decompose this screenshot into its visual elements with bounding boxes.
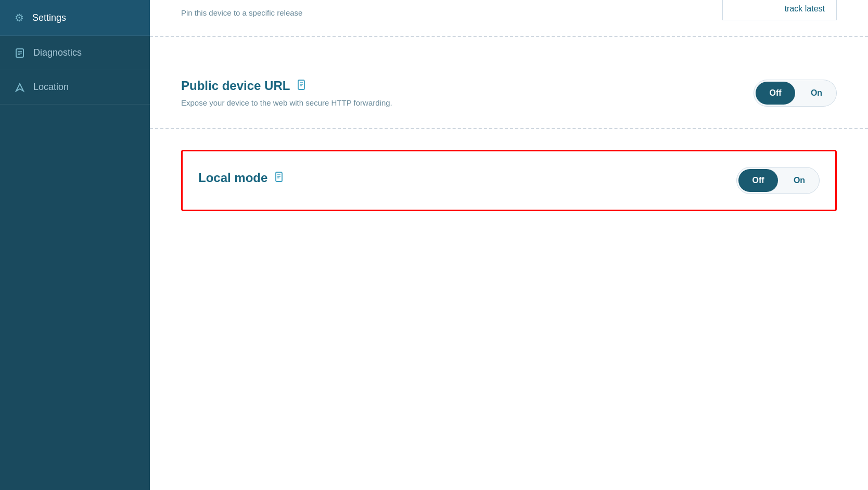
public-url-doc-icon[interactable] <box>296 79 308 93</box>
public-url-toggle-on[interactable]: On <box>797 80 836 106</box>
sidebar-item-settings[interactable]: ⚙ Settings <box>0 0 150 36</box>
local-mode-toggle-on[interactable]: On <box>780 167 819 194</box>
public-url-description: Expose your device to the web with secur… <box>181 98 392 107</box>
sidebar-item-location-label: Location <box>33 82 69 93</box>
track-latest-label: track latest <box>722 0 837 20</box>
pin-release-left: Pin this device to a specific release <box>181 0 302 17</box>
track-latest-box: track latest <box>722 0 837 20</box>
sidebar-item-diagnostics-label: Diagnostics <box>33 47 82 58</box>
sidebar: ⚙ Settings Diagnostics Location <box>0 0 150 490</box>
public-url-info: Public device URL Expose your device to … <box>181 79 392 107</box>
svg-rect-5 <box>298 80 304 89</box>
public-url-section: Public device URL Expose your device to … <box>150 58 868 129</box>
local-mode-title: Local mode <box>198 171 285 185</box>
public-url-row: Public device URL Expose your device to … <box>181 79 837 107</box>
public-url-toggle[interactable]: Off On <box>754 80 837 107</box>
svg-marker-4 <box>16 84 23 91</box>
main-content: Pin this device to a specific release tr… <box>150 0 868 490</box>
sidebar-item-diagnostics[interactable]: Diagnostics <box>0 36 150 70</box>
local-mode-row: Local mode Off On <box>198 167 820 194</box>
top-section: Pin this device to a specific release tr… <box>150 0 868 37</box>
pin-release-text: Pin this device to a specific release <box>181 4 302 17</box>
local-mode-info: Local mode <box>198 171 285 190</box>
settings-icon: ⚙ <box>15 11 24 24</box>
local-mode-toggle-off[interactable]: Off <box>738 169 778 192</box>
sidebar-item-location[interactable]: Location <box>0 70 150 105</box>
local-mode-section: Local mode Off On <box>181 150 837 211</box>
public-url-toggle-off[interactable]: Off <box>756 82 795 105</box>
svg-rect-9 <box>276 172 282 182</box>
location-icon <box>15 82 25 93</box>
diagnostics-icon <box>15 48 25 58</box>
local-mode-doc-icon[interactable] <box>274 171 285 185</box>
sidebar-item-settings-label: Settings <box>32 12 66 23</box>
local-mode-toggle[interactable]: Off On <box>736 167 820 194</box>
public-url-title: Public device URL <box>181 79 392 93</box>
